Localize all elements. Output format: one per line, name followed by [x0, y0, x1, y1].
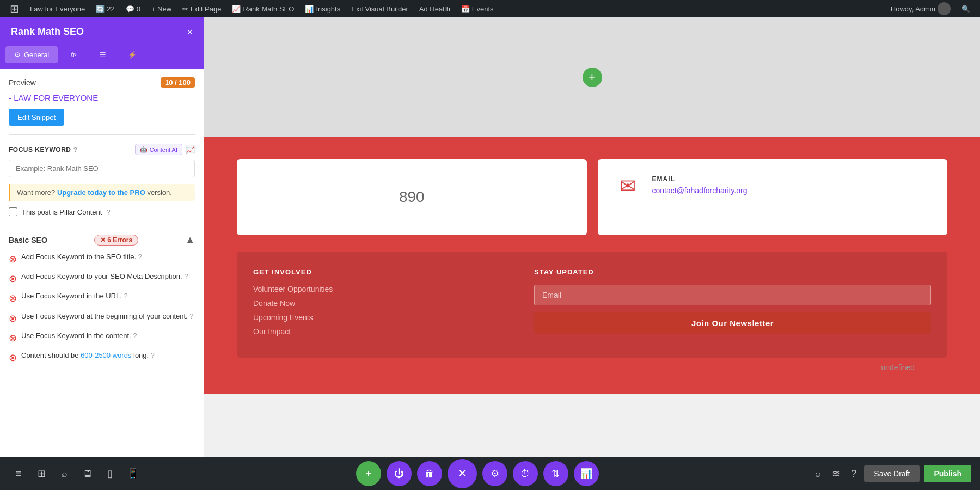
toolbar-desktop-icon[interactable]: 🖥	[77, 464, 97, 483]
rank-math-panel: Rank Math SEO × ⚙ General 🛍 ☰ ⚡ Preview	[0, 17, 204, 490]
howdy-admin[interactable]: Howdy, Admin	[886, 0, 955, 17]
info-icon-4[interactable]: ?	[189, 312, 193, 320]
error-icon-6: ⊗	[9, 351, 17, 365]
builder-red-section: 890 ✉ EMAIL contact@fahadforcharity.org	[204, 137, 980, 394]
focus-keyword-actions: 🤖 Content AI 📈	[135, 144, 195, 155]
insights-icon: 📊	[305, 5, 314, 13]
donate-link[interactable]: Donate Now	[253, 299, 518, 308]
chart-icon[interactable]: 📈	[186, 145, 195, 154]
basic-seo-header: Basic SEO ✕ 6 Errors ▲	[9, 234, 195, 246]
rank-math-icon: 📈	[232, 5, 241, 13]
panel-tabs: ⚙ General 🛍 ☰ ⚡	[0, 46, 204, 69]
info-icon-2[interactable]: ?	[184, 272, 188, 280]
toolbar-mobile-icon[interactable]: 📱	[123, 464, 143, 483]
panel-body: Preview 10 / 100 - LAW FOR EVERYONE Edit…	[0, 69, 204, 490]
add-section-button[interactable]: +	[356, 461, 381, 486]
panel-close-button[interactable]: ×	[187, 27, 193, 37]
toolbar-search-icon[interactable]: ⌕	[54, 464, 74, 483]
analytics-button[interactable]: 📊	[574, 461, 599, 486]
layers-icon[interactable]: ≋	[829, 468, 843, 480]
preview-title: - LAW FOR EVERYONE	[9, 93, 195, 102]
our-impact-link[interactable]: Our Impact	[253, 327, 518, 336]
email-card: ✉ EMAIL contact@fahadforcharity.org	[598, 159, 948, 235]
upcoming-events-link[interactable]: Upcoming Events	[253, 313, 518, 322]
close-button[interactable]: ✕	[448, 459, 477, 488]
error-icon-2: ⊗	[9, 272, 17, 286]
word-count-link[interactable]: 600-2500 words	[81, 351, 131, 359]
seo-item-2: ⊗ Add Focus Keyword to your SEO Meta Des…	[9, 272, 195, 286]
comments-icon: 💬	[126, 5, 134, 13]
wp-logo[interactable]: ⊞	[5, 0, 23, 17]
power-button[interactable]: ⏻	[387, 461, 412, 486]
edit-snippet-button[interactable]: Edit Snippet	[9, 109, 64, 126]
upgrade-link[interactable]: Upgrade today to the PRO	[57, 188, 147, 197]
general-icon: ⚙	[14, 51, 21, 59]
focus-keyword-header: FOCUS KEYWORD ? 🤖 Content AI 📈	[9, 144, 195, 155]
toolbar-menu-icon[interactable]: ≡	[9, 464, 28, 483]
social-icon: 🛍	[71, 51, 78, 59]
edit-icon: ✏	[182, 5, 188, 13]
divider-2	[9, 225, 195, 225]
email-value: contact@fahadforcharity.org	[652, 186, 748, 195]
section-toggle-icon[interactable]: ▲	[185, 234, 195, 246]
exit-visual-builder[interactable]: Exit Visual Builder	[347, 0, 413, 17]
events[interactable]: 📅 Events	[457, 0, 498, 17]
site-name[interactable]: Law for Everyone	[26, 0, 89, 17]
rank-math-nav[interactable]: 📈 Rank Math SEO	[228, 0, 298, 17]
save-draft-button[interactable]: Save Draft	[864, 465, 920, 482]
info-icon-6[interactable]: ?	[151, 351, 155, 359]
zoom-icon[interactable]: ⌕	[812, 468, 824, 480]
divider-1	[9, 134, 195, 135]
delete-button[interactable]: 🗑	[417, 461, 442, 486]
undefined-text: undefined	[237, 358, 947, 377]
cards-row: 890 ✉ EMAIL contact@fahadforcharity.org	[237, 154, 947, 235]
reorder-button[interactable]: ⇅	[543, 461, 568, 486]
updates[interactable]: 🔄 22	[91, 0, 119, 17]
newsletter-email-input[interactable]	[534, 285, 931, 305]
preview-label: Preview	[9, 78, 36, 87]
tab-schema[interactable]: ☰	[91, 46, 115, 63]
preview-score: 10 / 100	[161, 77, 195, 88]
newsletter-button[interactable]: Join Our Newsletter	[534, 312, 931, 334]
toolbar-grid-icon[interactable]: ⊞	[32, 464, 51, 483]
events-icon: 📅	[461, 5, 470, 13]
info-icon-1[interactable]: ?	[138, 253, 142, 261]
help-icon[interactable]: ?	[848, 468, 860, 480]
tab-social[interactable]: 🛍	[62, 46, 87, 63]
ad-health[interactable]: Ad Health	[415, 0, 455, 17]
errors-badge: ✕ 6 Errors	[94, 235, 138, 246]
history-button[interactable]: ⏱	[513, 461, 538, 486]
edit-page[interactable]: ✏ Edit Page	[178, 0, 225, 17]
tab-advanced[interactable]: ⚡	[119, 46, 145, 63]
settings-button[interactable]: ⚙	[482, 461, 507, 486]
content-ai-button[interactable]: 🤖 Content AI	[135, 144, 182, 155]
publish-button[interactable]: Publish	[924, 465, 971, 482]
error-icon-3: ⊗	[9, 292, 17, 305]
pillar-info-icon[interactable]: ?	[106, 208, 110, 216]
focus-keyword-input[interactable]	[9, 160, 195, 177]
comments[interactable]: 💬 0	[121, 0, 145, 17]
error-icon-1: ⊗	[9, 253, 17, 266]
focus-keyword-label: FOCUS KEYWORD ?	[9, 145, 78, 154]
email-icon-wrap: ✉	[614, 175, 641, 197]
volunteer-link[interactable]: Volunteer Opportunities	[253, 285, 518, 293]
focus-keyword-info-icon[interactable]: ?	[74, 145, 78, 154]
email-icon: ✉	[620, 175, 636, 198]
search-icon-admin[interactable]: 🔍	[957, 0, 975, 17]
get-involved-title: GET INVOLVED	[253, 268, 518, 276]
info-icon-5[interactable]: ?	[133, 332, 137, 340]
avatar-icon	[938, 2, 951, 15]
schema-icon: ☰	[100, 51, 106, 59]
error-icon-4: ⊗	[9, 312, 17, 326]
toolbar-tablet-icon[interactable]: ▯	[100, 464, 120, 483]
add-block-button[interactable]: +	[583, 68, 602, 87]
insights[interactable]: 📊 Insights	[301, 0, 345, 17]
seo-item-3: ⊗ Use Focus Keyword in the URL. ?	[9, 291, 195, 305]
new-item[interactable]: + New	[147, 0, 176, 17]
tab-general[interactable]: ⚙ General	[5, 46, 58, 63]
email-content: EMAIL contact@fahadforcharity.org	[652, 175, 748, 195]
info-icon-3[interactable]: ?	[124, 292, 128, 300]
admin-bar-right: Howdy, Admin 🔍	[886, 0, 975, 17]
pillar-content-checkbox[interactable]	[9, 207, 17, 216]
stay-updated-title: STAY UPDATED	[534, 268, 931, 276]
